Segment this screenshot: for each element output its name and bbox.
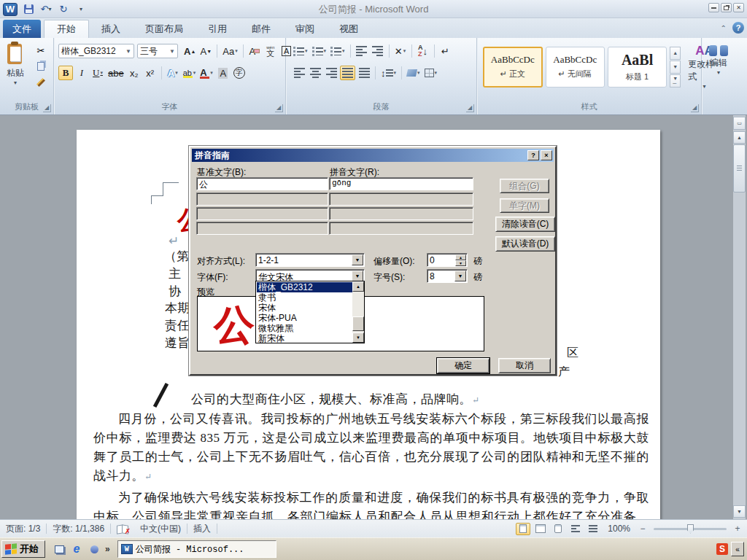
tab-home[interactable]: 开始 (44, 20, 89, 38)
dialog-help-icon[interactable]: ? (527, 150, 539, 160)
numbering-button[interactable]: ▾ (311, 44, 328, 58)
font-size-combo[interactable]: 三号▼ (137, 44, 178, 58)
clipboard-dialog-launcher[interactable]: ◢ (43, 104, 51, 112)
tray-expand-icon[interactable]: « (731, 542, 744, 556)
draft-view-icon[interactable] (586, 523, 600, 535)
messenger-icon[interactable] (88, 542, 101, 556)
bullets-button[interactable]: ▾ (292, 44, 309, 58)
dialog-title-bar[interactable]: 拼音指南 ? × (192, 149, 554, 162)
sogou-tray-icon[interactable]: S (716, 543, 728, 555)
alignment-combo[interactable]: 1-2-1 ▼ (255, 253, 365, 267)
zoom-slider[interactable] (654, 528, 727, 530)
change-case-button[interactable]: Aa▾ (221, 44, 239, 58)
decrease-indent-button[interactable] (355, 44, 369, 58)
font-name-combo[interactable]: 楷体_GB2312▼ (58, 44, 134, 58)
multilevel-list-button[interactable]: ▾ (329, 44, 347, 58)
bold-button[interactable]: B (58, 66, 73, 80)
cancel-button[interactable]: 取消 (498, 358, 551, 373)
web-layout-view-icon[interactable] (551, 523, 565, 535)
font-option-kaiti-gb2312[interactable]: 楷体_GB2312 (257, 282, 353, 292)
ruby-text-field-2[interactable] (329, 192, 473, 206)
zoom-out-icon[interactable]: − (638, 524, 648, 534)
vertical-scrollbar[interactable]: ▭ ▲ ▼ (733, 115, 746, 519)
font-option-songti-pua[interactable]: 宋体-PUA (257, 313, 353, 323)
increase-indent-button[interactable] (371, 44, 385, 58)
tab-insert[interactable]: 插入 (89, 20, 133, 38)
shading-button[interactable]: ▾ (406, 66, 422, 80)
text-effects-button[interactable]: A▾ (166, 66, 180, 80)
distribute-button[interactable] (357, 66, 371, 80)
page-indicator[interactable]: 页面: 1/3 (0, 520, 46, 537)
base-text-field-3[interactable] (196, 207, 328, 220)
dropdown-scrollbar[interactable]: ▲ ▼ (352, 281, 364, 343)
styles-scroll-down-icon[interactable]: ▼ (670, 61, 681, 74)
proofing-status-icon[interactable]: ✗ (111, 520, 134, 537)
show-hide-marks-button[interactable]: ↵ (438, 44, 453, 58)
offset-spinner[interactable]: 0 ▲▼ (427, 253, 468, 267)
taskbar-task-word[interactable]: W 公司简报 - Microsof... (117, 540, 276, 558)
zoom-level[interactable]: 100% (608, 524, 630, 534)
tab-review[interactable]: 审阅 (283, 20, 327, 38)
asian-layout-button[interactable]: ✕▾ (393, 44, 408, 58)
italic-button[interactable]: I (74, 66, 89, 80)
grow-font-button[interactable]: A▲ (182, 44, 197, 58)
ok-button[interactable]: 确定 (437, 358, 489, 373)
font-option-xinsongti[interactable]: 新宋体 (257, 333, 353, 343)
tab-page-layout[interactable]: 页面布局 (133, 20, 196, 38)
format-painter-icon[interactable] (34, 76, 48, 89)
shrink-font-button[interactable]: A▼ (198, 44, 213, 58)
scroll-down-icon[interactable]: ▼ (733, 505, 746, 518)
tab-view[interactable]: 视图 (327, 20, 371, 38)
ruby-text-field-1[interactable]: gōng (329, 177, 473, 190)
enclose-characters-button[interactable]: 字 (232, 66, 247, 80)
highlight-color-button[interactable]: ab▾ (182, 66, 198, 80)
styles-scroll-up-icon[interactable]: ▲ (670, 47, 681, 60)
borders-button[interactable]: ▾ (423, 66, 439, 80)
base-text-field-1[interactable]: 公 (196, 177, 328, 190)
zoom-slider-thumb[interactable] (687, 524, 694, 534)
quick-launch-overflow-icon[interactable]: » (105, 544, 110, 554)
font-dialog-launcher[interactable]: ◢ (275, 104, 283, 112)
restore-button[interactable] (721, 3, 732, 12)
dropdown-scroll-up-icon[interactable]: ▲ (352, 281, 364, 292)
dropdown-scroll-down-icon[interactable]: ▼ (352, 332, 364, 343)
ruler-toggle-icon[interactable]: ▭ (733, 117, 746, 130)
styles-gallery-expand-icon[interactable]: ▼─ (670, 74, 681, 88)
superscript-button[interactable]: x² (143, 66, 158, 80)
size-combo-arrow-icon[interactable]: ▼ (454, 271, 466, 281)
outline-view-icon[interactable] (568, 523, 583, 535)
insert-mode-indicator[interactable]: 插入 (187, 520, 217, 537)
styles-dialog-launcher[interactable]: ◢ (691, 104, 699, 112)
close-button[interactable]: ✕ (733, 3, 744, 12)
paragraph-dialog-launcher[interactable]: ◢ (466, 104, 474, 112)
full-screen-reading-icon[interactable] (533, 523, 548, 535)
align-right-button[interactable] (324, 66, 338, 80)
font-color-button[interactable]: A▾ (198, 66, 214, 80)
sort-button[interactable]: AZ↓ (416, 44, 430, 58)
character-shading-button[interactable]: A (216, 66, 231, 80)
dialog-close-icon[interactable]: × (541, 150, 552, 160)
offset-down-icon[interactable]: ▼ (455, 260, 466, 266)
copy-icon[interactable] (34, 60, 48, 73)
line-spacing-button[interactable]: ↕▾ (379, 66, 398, 80)
align-center-button[interactable] (308, 66, 322, 80)
subscript-button[interactable]: x₂ (127, 66, 142, 80)
start-button[interactable]: 开始 (1, 540, 45, 558)
internet-explorer-icon[interactable]: e (70, 542, 83, 556)
underline-button[interactable]: U▾ (90, 66, 105, 80)
font-combo-arrow-icon[interactable]: ▼ (352, 271, 363, 281)
clear-readings-button[interactable]: 清除读音(C) (495, 217, 555, 232)
style-heading1[interactable]: AaBl 标题 1 (608, 47, 667, 88)
cut-icon[interactable]: ✂ (34, 44, 48, 57)
print-layout-view-icon[interactable] (516, 523, 530, 535)
strikethrough-button[interactable]: abe (107, 66, 125, 80)
language-indicator[interactable]: 中文(中国) (134, 520, 187, 537)
combine-button[interactable]: 组合(G) (500, 179, 549, 193)
scroll-up-icon[interactable]: ▲ (733, 131, 746, 144)
offset-up-icon[interactable]: ▲ (455, 254, 466, 260)
monosyllabic-button[interactable]: 单字(M) (500, 198, 549, 213)
word-count[interactable]: 字数: 1/1,386 (47, 520, 110, 537)
tab-references[interactable]: 引用 (196, 20, 239, 38)
align-left-button[interactable] (292, 66, 306, 80)
phonetic-guide-button[interactable]: wén文 (263, 44, 278, 58)
